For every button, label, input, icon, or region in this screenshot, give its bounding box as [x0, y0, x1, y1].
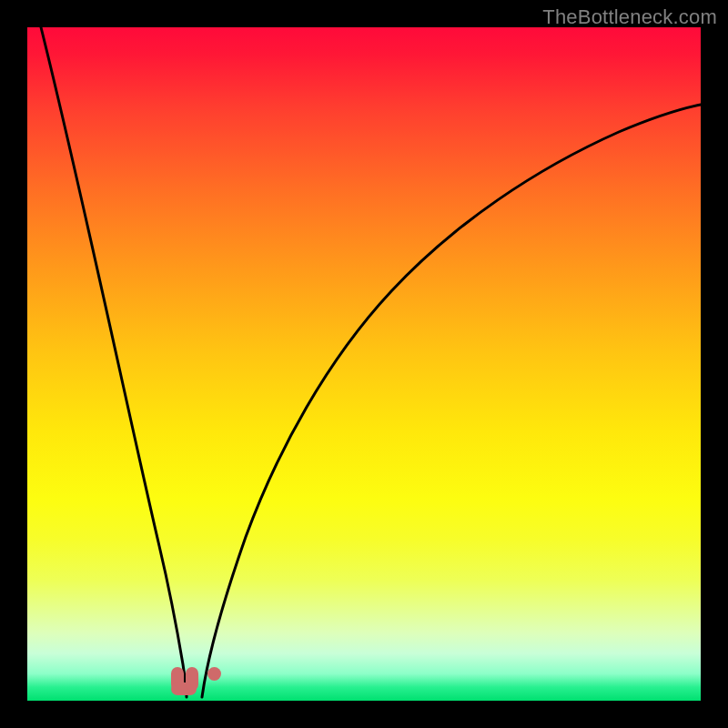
dot-marker	[207, 667, 221, 681]
chart-frame	[27, 27, 701, 701]
curve-layer	[27, 27, 701, 701]
left-curve	[41, 27, 187, 697]
watermark-text: TheBottleneck.com	[542, 5, 717, 29]
u-marker-right-stroke	[186, 667, 198, 691]
right-curve	[202, 105, 701, 697]
